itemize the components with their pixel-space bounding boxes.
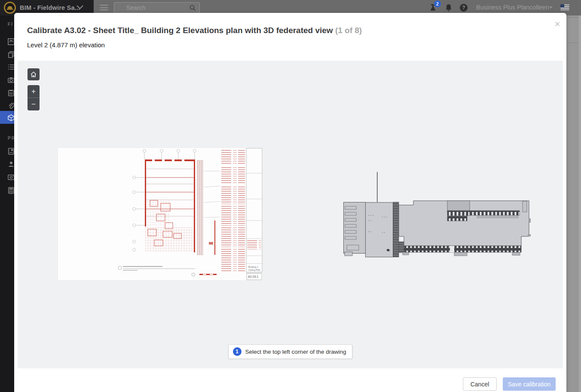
notification-badge: 2 xyxy=(434,0,441,7)
home-icon xyxy=(30,71,37,78)
language-flag-icon[interactable] xyxy=(560,4,569,10)
step-number-badge: 1 xyxy=(233,347,242,356)
sidebar-section-bottom: PR xyxy=(8,136,14,141)
chevron-down-icon xyxy=(76,5,83,9)
left-sidebar: FI PR xyxy=(0,15,14,392)
calibrate-modal: Calibrate A3.02 - Sheet Title_ Building … xyxy=(14,13,566,392)
modal-subtitle: Level 2 (4.877 m) elevation xyxy=(27,41,105,49)
user-caret-icon xyxy=(549,6,553,9)
modal-title: Calibrate A3.02 - Sheet Title_ Building … xyxy=(27,26,362,35)
instruction-text: Select the top left corner of the drawin… xyxy=(245,349,346,355)
sheet-titleblock-line1: Building 1 xyxy=(248,266,258,268)
sidebar-section-top: FI xyxy=(8,22,13,27)
menu-icon[interactable] xyxy=(100,5,108,10)
zoom-out-button[interactable]: − xyxy=(28,98,40,110)
plan-tier-label: Business Plus Plan xyxy=(476,4,529,11)
versions-icon[interactable] xyxy=(8,51,14,58)
zoom-control: + − xyxy=(28,85,40,110)
search-box xyxy=(114,2,200,13)
files-paperclip-icon[interactable] xyxy=(8,102,14,109)
modal-title-text: Calibrate A3.02 - Sheet Title_ Building … xyxy=(27,26,333,35)
save-calibration-button[interactable]: Save calibration xyxy=(503,377,556,391)
page-indicator: (1 of 8) xyxy=(335,26,362,35)
forms-clipboard-icon[interactable] xyxy=(8,89,14,96)
user-menu[interactable]: colleen xyxy=(529,4,549,11)
instruction-bubble: 1 Select the top left corner of the draw… xyxy=(228,344,353,359)
cancel-button[interactable]: Cancel xyxy=(463,377,497,391)
home-view-button[interactable] xyxy=(28,68,40,80)
calculator-icon[interactable] xyxy=(8,187,14,194)
progress-camera-icon[interactable] xyxy=(8,174,14,181)
sheet-drawing[interactable]: Building 1 Ceiling Plan A2.03-1 xyxy=(58,147,263,281)
modal-footer: Cancel Save calibration xyxy=(14,368,566,392)
fieldwire-logo-icon xyxy=(4,2,16,14)
sheet-titleblock-line2: Ceiling Plan xyxy=(248,269,260,271)
dimmed-page-edge xyxy=(566,13,581,392)
specifications-icon[interactable] xyxy=(8,148,14,155)
model-3d-view[interactable] xyxy=(343,172,531,258)
photos-camera-icon[interactable] xyxy=(8,77,14,83)
search-input[interactable] xyxy=(126,3,187,13)
sheet-number-label: A2.03-1 xyxy=(248,275,259,278)
close-icon[interactable]: ✕ xyxy=(552,19,563,29)
project-name: BIM - Fieldwire Sa... xyxy=(20,4,80,11)
calibration-canvas[interactable]: + − xyxy=(18,61,563,368)
help-icon[interactable]: ? xyxy=(460,4,468,12)
scrollbar[interactable] xyxy=(578,13,581,392)
tasks-list-icon[interactable] xyxy=(8,64,14,70)
zoom-in-button[interactable]: + xyxy=(28,85,40,98)
bell-icon[interactable] xyxy=(444,3,453,12)
search-icon[interactable] xyxy=(190,5,196,11)
bim-cube-icon[interactable] xyxy=(8,114,14,121)
people-icon[interactable] xyxy=(8,161,14,168)
plans-icon[interactable] xyxy=(8,38,14,45)
